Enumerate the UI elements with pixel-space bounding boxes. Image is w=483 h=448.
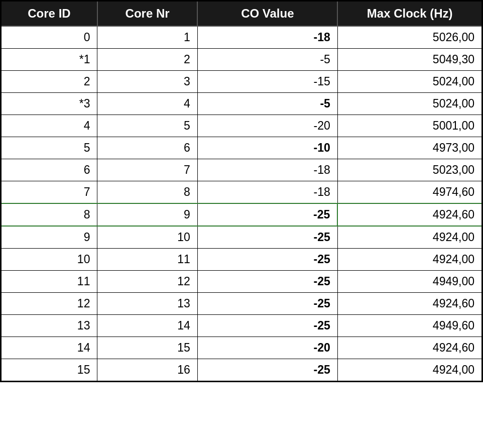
cell-max-clock: 4949,60: [337, 315, 482, 337]
cell-core-id: 5: [1, 137, 97, 159]
cell-core-id: 9: [1, 226, 97, 249]
cell-max-clock: 4924,00: [337, 226, 482, 249]
cell-co-value: -25: [197, 249, 337, 271]
main-container: Core ID Core Nr CO Value Max Clock (Hz) …: [0, 0, 483, 448]
table-row: 1112-254949,00: [1, 271, 482, 293]
cell-core-nr: 16: [97, 359, 197, 382]
cell-max-clock: 5024,00: [337, 71, 482, 93]
cell-core-id: 6: [1, 159, 97, 181]
cell-co-value: -15: [197, 71, 337, 93]
cell-max-clock: 4924,00: [337, 249, 482, 271]
cell-max-clock: 4974,60: [337, 181, 482, 204]
cell-co-value: -10: [197, 137, 337, 159]
cell-core-id: *1: [1, 49, 97, 71]
cell-core-id: 12: [1, 293, 97, 315]
cell-co-value: -25: [197, 226, 337, 249]
cell-max-clock: 5026,00: [337, 26, 482, 49]
table-body: 01-185026,00*12-55049,3023-155024,00*34-…: [1, 26, 482, 382]
cell-co-value: -5: [197, 49, 337, 71]
cell-co-value: -25: [197, 271, 337, 293]
header-max-clock: Max Clock (Hz): [337, 1, 482, 27]
cell-co-value: -20: [197, 115, 337, 137]
cell-core-id: 15: [1, 359, 97, 382]
cell-core-id: 2: [1, 71, 97, 93]
cell-core-nr: 8: [97, 181, 197, 204]
cell-core-id: *3: [1, 93, 97, 115]
cell-max-clock: 4973,00: [337, 137, 482, 159]
table-row: 1314-254949,60: [1, 315, 482, 337]
table-row: 56-104973,00: [1, 137, 482, 159]
cell-core-nr: 3: [97, 71, 197, 93]
cell-core-nr: 4: [97, 93, 197, 115]
cell-max-clock: 4924,60: [337, 203, 482, 226]
cell-core-nr: 14: [97, 315, 197, 337]
table-header-row: Core ID Core Nr CO Value Max Clock (Hz): [1, 1, 482, 27]
table-row: 23-155024,00: [1, 71, 482, 93]
cell-core-nr: 7: [97, 159, 197, 181]
header-co-value: CO Value: [197, 1, 337, 27]
cell-core-id: 10: [1, 249, 97, 271]
cell-max-clock: 5001,00: [337, 115, 482, 137]
table-row: *12-55049,30: [1, 49, 482, 71]
cell-co-value: -18: [197, 26, 337, 49]
cell-co-value: -25: [197, 315, 337, 337]
cell-max-clock: 4924,60: [337, 337, 482, 359]
cell-co-value: -25: [197, 359, 337, 382]
cell-core-nr: 2: [97, 49, 197, 71]
table-row: 910-254924,00: [1, 226, 482, 249]
core-data-table: Core ID Core Nr CO Value Max Clock (Hz) …: [0, 0, 483, 382]
cell-max-clock: 4924,00: [337, 359, 482, 382]
cell-max-clock: 5024,00: [337, 93, 482, 115]
cell-co-value: -5: [197, 93, 337, 115]
table-row: 1011-254924,00: [1, 249, 482, 271]
cell-co-value: -20: [197, 337, 337, 359]
cell-co-value: -25: [197, 293, 337, 315]
table-row: 45-205001,00: [1, 115, 482, 137]
cell-core-id: 8: [1, 203, 97, 226]
table-row: *34-55024,00: [1, 93, 482, 115]
header-core-nr: Core Nr: [97, 1, 197, 27]
cell-core-id: 11: [1, 271, 97, 293]
cell-core-id: 4: [1, 115, 97, 137]
cell-max-clock: 4949,00: [337, 271, 482, 293]
cell-max-clock: 5023,00: [337, 159, 482, 181]
cell-core-id: 13: [1, 315, 97, 337]
table-row: 1415-204924,60: [1, 337, 482, 359]
cell-co-value: -25: [197, 203, 337, 226]
cell-core-nr: 15: [97, 337, 197, 359]
cell-co-value: -18: [197, 159, 337, 181]
cell-core-nr: 10: [97, 226, 197, 249]
cell-core-nr: 9: [97, 203, 197, 226]
table-row: 1516-254924,00: [1, 359, 482, 382]
cell-core-id: 7: [1, 181, 97, 204]
table-row: 67-185023,00: [1, 159, 482, 181]
cell-core-id: 14: [1, 337, 97, 359]
cell-max-clock: 5049,30: [337, 49, 482, 71]
cell-core-nr: 12: [97, 271, 197, 293]
table-row: 01-185026,00: [1, 26, 482, 49]
cell-co-value: -18: [197, 181, 337, 204]
header-core-id: Core ID: [1, 1, 97, 27]
cell-max-clock: 4924,60: [337, 293, 482, 315]
cell-core-nr: 6: [97, 137, 197, 159]
table-row: 78-184974,60: [1, 181, 482, 204]
cell-core-id: 0: [1, 26, 97, 49]
table-row: 89-254924,60: [1, 203, 482, 226]
cell-core-nr: 5: [97, 115, 197, 137]
cell-core-nr: 11: [97, 249, 197, 271]
cell-core-nr: 13: [97, 293, 197, 315]
table-row: 1213-254924,60: [1, 293, 482, 315]
cell-core-nr: 1: [97, 26, 197, 49]
